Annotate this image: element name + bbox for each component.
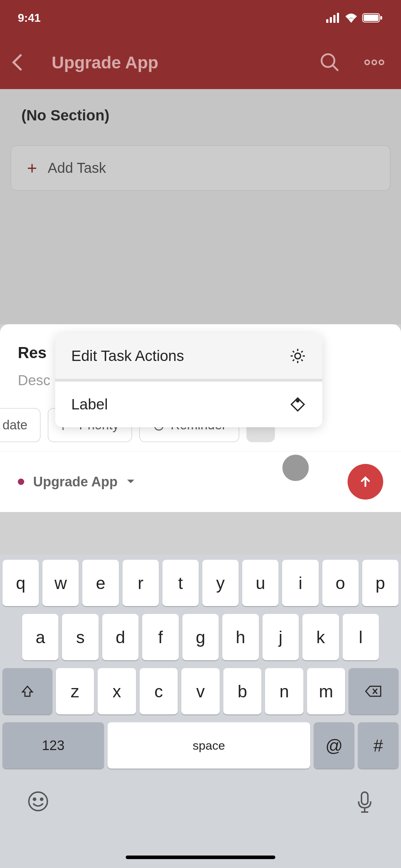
- more-icon[interactable]: [362, 55, 387, 69]
- svg-rect-0: [326, 19, 328, 23]
- keyboard-row-2: a s d f g h j k l: [2, 614, 399, 660]
- svg-point-9: [365, 60, 369, 64]
- svg-line-8: [333, 65, 338, 70]
- svg-rect-6: [380, 16, 382, 20]
- date-chip[interactable]: date: [0, 408, 41, 442]
- project-bar: Upgrade App: [0, 451, 401, 512]
- svg-point-19: [33, 798, 36, 800]
- key-f[interactable]: f: [142, 614, 178, 660]
- key-o[interactable]: o: [322, 560, 359, 606]
- key-k[interactable]: k: [302, 614, 339, 660]
- touch-indicator: [281, 454, 310, 482]
- svg-point-17: [297, 400, 299, 402]
- key-p[interactable]: p: [362, 560, 399, 606]
- key-d[interactable]: d: [102, 614, 139, 660]
- date-chip-label: date: [2, 418, 27, 433]
- signal-icon: [326, 13, 340, 23]
- key-t[interactable]: t: [162, 560, 199, 606]
- key-u[interactable]: u: [242, 560, 278, 606]
- label-label: Label: [71, 396, 108, 413]
- key-j[interactable]: j: [262, 614, 299, 660]
- status-icons: [326, 13, 383, 23]
- status-time: 9:41: [18, 11, 41, 25]
- page-title: Upgrade App: [34, 53, 308, 72]
- key-e[interactable]: e: [82, 560, 119, 606]
- svg-point-11: [379, 60, 384, 64]
- keyboard-row-1: q w e r t y u i o p: [2, 560, 399, 606]
- key-w[interactable]: w: [42, 560, 79, 606]
- key-shift[interactable]: [2, 668, 52, 714]
- key-at[interactable]: @: [314, 722, 354, 769]
- svg-point-16: [295, 353, 301, 359]
- home-indicator[interactable]: [126, 856, 275, 859]
- search-icon[interactable]: [319, 52, 340, 73]
- header: Upgrade App: [0, 36, 401, 89]
- wifi-icon: [345, 13, 358, 23]
- svg-rect-2: [333, 15, 335, 23]
- key-c[interactable]: c: [140, 668, 178, 714]
- edit-task-actions-item[interactable]: Edit Task Actions: [55, 333, 322, 382]
- chevron-down-icon: [126, 479, 135, 485]
- keyboard: q w e r t y u i o p a s d f g h j k l z …: [0, 554, 401, 868]
- key-n[interactable]: n: [265, 668, 303, 714]
- key-r[interactable]: r: [123, 560, 159, 606]
- key-q[interactable]: q: [2, 560, 39, 606]
- svg-rect-1: [330, 17, 332, 23]
- key-h[interactable]: h: [222, 614, 259, 660]
- submit-button[interactable]: [348, 464, 383, 500]
- label-item[interactable]: Label: [55, 382, 322, 427]
- keyboard-row-4: 123 space @ #: [2, 722, 399, 769]
- svg-point-18: [29, 792, 47, 811]
- back-icon[interactable]: [11, 53, 23, 71]
- gear-icon: [289, 347, 306, 365]
- svg-rect-21: [361, 792, 368, 805]
- shift-icon: [20, 684, 35, 698]
- key-i[interactable]: i: [282, 560, 318, 606]
- svg-rect-3: [337, 13, 339, 23]
- key-a[interactable]: a: [22, 614, 58, 660]
- project-selector[interactable]: Upgrade App: [18, 474, 135, 490]
- key-z[interactable]: z: [56, 668, 94, 714]
- key-b[interactable]: b: [223, 668, 262, 714]
- key-backspace[interactable]: [349, 668, 399, 714]
- keyboard-bottom-row: [2, 776, 399, 814]
- tag-icon: [289, 396, 306, 413]
- battery-icon: [362, 13, 383, 23]
- key-v[interactable]: v: [181, 668, 220, 714]
- status-bar: 9:41: [0, 0, 401, 36]
- key-g[interactable]: g: [182, 614, 219, 660]
- key-s[interactable]: s: [62, 614, 98, 660]
- project-color-dot: [18, 479, 24, 485]
- edit-actions-label: Edit Task Actions: [71, 347, 184, 365]
- svg-point-10: [372, 60, 376, 64]
- key-m[interactable]: m: [307, 668, 345, 714]
- backspace-icon: [365, 685, 382, 698]
- emoji-icon[interactable]: [27, 791, 49, 812]
- key-y[interactable]: y: [202, 560, 239, 606]
- svg-point-20: [41, 798, 43, 800]
- key-l[interactable]: l: [343, 614, 379, 660]
- key-hash[interactable]: #: [358, 722, 399, 769]
- arrow-up-icon: [358, 475, 373, 489]
- key-space[interactable]: space: [108, 722, 310, 769]
- key-123[interactable]: 123: [2, 722, 104, 769]
- key-x[interactable]: x: [98, 668, 136, 714]
- project-name: Upgrade App: [33, 474, 118, 490]
- task-actions-popup: Edit Task Actions Label: [55, 333, 322, 427]
- mic-icon[interactable]: [356, 791, 374, 814]
- svg-rect-5: [364, 15, 379, 21]
- keyboard-row-3: z x c v b n m: [2, 668, 399, 714]
